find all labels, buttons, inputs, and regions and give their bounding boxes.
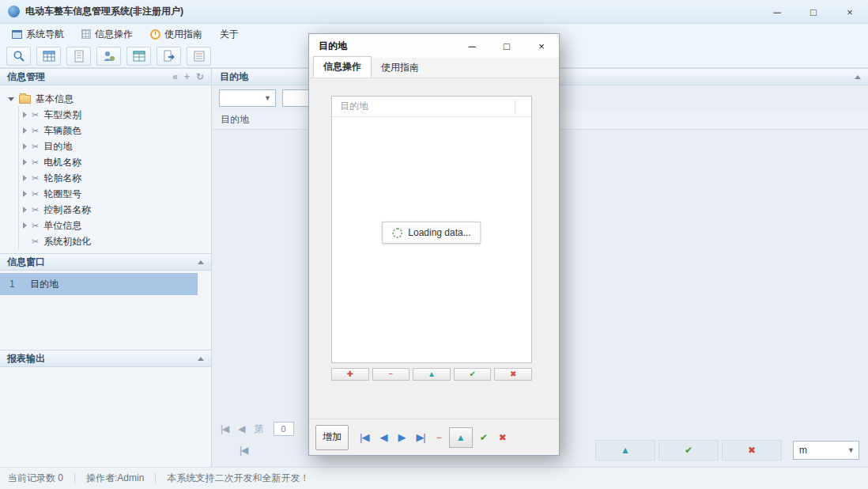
window-title: 电动车整车信息管理系统(非注册用户) <box>25 5 183 18</box>
check-icon[interactable]: ✔ <box>480 432 488 443</box>
chevron-up-icon[interactable] <box>198 260 204 264</box>
tool-icon: ✂ <box>32 127 39 135</box>
menu-info-operation[interactable]: 信息操作 <box>74 25 140 44</box>
dialog-maximize-button[interactable]: □ <box>489 34 524 58</box>
dialog-list-panel[interactable]: 目的地 Loading data... <box>331 96 532 363</box>
add-button[interactable]: 增加 <box>315 425 349 450</box>
tree-item-unit-info[interactable]: ✂ 单位信息 <box>23 218 211 233</box>
panel-title: 信息管理 <box>7 70 45 84</box>
first-page-icon[interactable]: |◀ <box>221 423 228 434</box>
grid-pager: |◀ ◀ 第 <box>221 419 294 438</box>
tree-item-label: 单位信息 <box>43 219 81 233</box>
info-window-header[interactable]: 信息窗口 <box>0 253 211 271</box>
tool-icon: ✂ <box>32 222 39 230</box>
delete-icon[interactable]: − <box>436 432 442 443</box>
dialog-close-button[interactable]: × <box>524 34 559 58</box>
destination-dialog: 目的地 ─ □ × 信息操作 使用指南 目的地 Loading data... <box>308 33 560 456</box>
chevron-right-icon <box>23 143 27 150</box>
add-row-button[interactable]: ✚ <box>331 368 369 381</box>
dialog-title-bar: 目的地 ─ □ × <box>309 34 559 58</box>
minimize-button[interactable]: ─ <box>759 0 795 24</box>
item-index: 1 <box>0 279 30 290</box>
first-page-icon[interactable]: |◀ <box>360 431 368 443</box>
cross-icon[interactable]: ✖ <box>499 432 507 443</box>
tree-item-label: 目的地 <box>43 140 72 154</box>
chevron-down-icon: ▼ <box>264 94 271 102</box>
export-button[interactable] <box>157 47 181 66</box>
report-icon <box>193 50 206 63</box>
operator-label: 操作者:Admin <box>86 472 144 485</box>
tree-root-basic-info[interactable]: 基本信息 <box>8 91 211 107</box>
dialog-list-header[interactable]: 目的地 <box>332 97 531 117</box>
tree-item-rim-model[interactable]: ✂ 轮圈型号 <box>23 186 211 202</box>
confirm-button[interactable]: ✔ <box>454 368 492 381</box>
chevron-down-icon <box>8 97 14 101</box>
report-output-header[interactable]: 报表输出 <box>0 350 211 367</box>
tab-info-operation[interactable]: 信息操作 <box>313 56 372 78</box>
tree-item-vehicle-type[interactable]: ✂ 车型类别 <box>23 107 211 123</box>
loading-text: Loading data... <box>408 227 470 238</box>
up-button[interactable]: ▲ <box>449 427 473 448</box>
chevron-right-icon <box>23 112 27 118</box>
delete-row-button[interactable]: − <box>372 368 410 381</box>
chevron-up-icon[interactable] <box>855 75 861 79</box>
info-management-header[interactable]: 信息管理 « + ↻ <box>0 68 211 85</box>
panel-title: 目的地 <box>220 70 248 84</box>
report-button[interactable] <box>187 47 211 66</box>
document-button[interactable] <box>66 47 91 66</box>
tree-item-tire-name[interactable]: ✂ 轮胎名称 <box>23 170 211 186</box>
collapse-left-icon[interactable]: « <box>172 72 178 82</box>
filter-dropdown[interactable]: ▼ <box>219 89 276 107</box>
check-icon: ✔ <box>685 445 693 456</box>
up-button[interactable]: ▲ <box>595 440 655 461</box>
window-list-item-destination[interactable]: 1 目的地 <box>0 273 198 295</box>
menu-user-guide[interactable]: 使用指南 <box>143 25 209 44</box>
cancel-button[interactable]: ✖ <box>494 368 532 381</box>
divider <box>155 473 156 483</box>
tree-item-destination[interactable]: ✂ 目的地 <box>23 138 211 154</box>
chevron-right-icon <box>23 127 27 134</box>
loading-spinner-icon <box>392 228 402 238</box>
up-icon: ▲ <box>456 432 466 443</box>
tool-icon: ✂ <box>32 237 39 246</box>
sidebar: 信息管理 « + ↻ 基本信息 ✂ 车型类别 <box>0 68 212 467</box>
menu-label: 系统导航 <box>26 28 64 41</box>
page-label: 第 <box>255 423 264 436</box>
menu-system-navigation[interactable]: 系统导航 <box>5 25 71 44</box>
refresh-icon[interactable]: ↻ <box>196 72 204 82</box>
tree-item-label: 电机名称 <box>43 156 81 169</box>
menu-label: 使用指南 <box>164 28 202 41</box>
tree-item-label: 轮圈型号 <box>43 188 81 201</box>
confirm-button[interactable]: ✔ <box>659 440 719 461</box>
next-page-icon[interactable]: ▶ <box>398 431 405 443</box>
search-button[interactable] <box>6 47 31 66</box>
tab-user-guide[interactable]: 使用指南 <box>372 58 428 78</box>
dialog-minimize-button[interactable]: ─ <box>455 34 489 58</box>
last-page-icon[interactable]: ▶| <box>416 431 425 443</box>
page-number-input[interactable] <box>274 422 294 436</box>
prev-page-icon[interactable]: ◀ <box>238 423 244 434</box>
add-icon[interactable]: + <box>184 72 190 82</box>
data-table-button[interactable] <box>126 47 151 66</box>
tree-item-motor-name[interactable]: ✂ 电机名称 <box>23 154 211 170</box>
user-settings-button[interactable] <box>96 47 121 66</box>
app-window: 电动车整车信息管理系统(非注册用户) ─ □ × 系统导航 信息操作 使用指南 … <box>0 0 868 489</box>
menu-about[interactable]: 关于 <box>213 25 246 44</box>
support-message-label: 本系统支持二次开发和全新开发！ <box>167 472 309 485</box>
close-button[interactable]: × <box>832 0 868 24</box>
maximize-button[interactable]: □ <box>795 0 832 24</box>
tree-item-controller-name[interactable]: ✂ 控制器名称 <box>23 202 211 218</box>
first-page-icon[interactable]: |◀ <box>240 445 247 456</box>
unit-select[interactable]: m ▼ <box>793 441 859 460</box>
up-button[interactable]: ▲ <box>413 368 451 381</box>
prev-page-icon[interactable]: ◀ <box>379 431 387 443</box>
table-view-button[interactable] <box>36 47 61 66</box>
cancel-button[interactable]: ✖ <box>722 440 782 461</box>
chevron-up-icon[interactable] <box>198 357 204 361</box>
tree-item-vehicle-color[interactable]: ✂ 车辆颜色 <box>23 123 211 138</box>
tree-item-system-init[interactable]: ✂ 系统初始化 <box>23 233 211 249</box>
table-icon <box>43 50 55 63</box>
panel-title: 信息窗口 <box>7 256 45 269</box>
cross-icon: ✖ <box>748 445 756 456</box>
grid-icon <box>81 29 91 39</box>
